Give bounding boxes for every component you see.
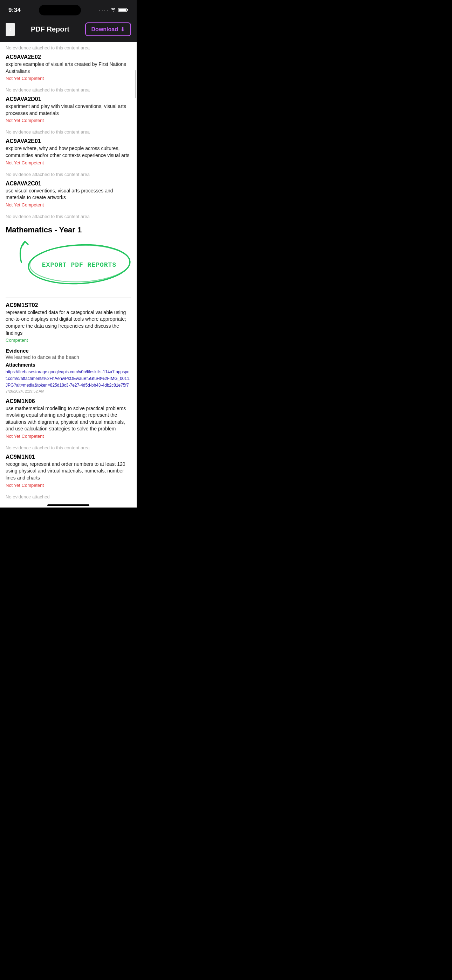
wifi-icon — [110, 7, 116, 13]
svg-rect-1 — [127, 9, 128, 11]
status-bar: 9:34 · · · · — [0, 0, 137, 19]
evidence-text: We learned to dance at the beach — [6, 354, 131, 360]
status-badge: Not Yet Competent — [6, 76, 131, 81]
item-desc: use visual conventions, visual arts proc… — [6, 188, 131, 201]
list-item: AC9M1N01 recognise, represent and order … — [6, 452, 131, 491]
evidence-label: Evidence — [6, 348, 131, 354]
nav-title: PDF Report — [31, 25, 69, 33]
status-icons: · · · · — [99, 7, 128, 13]
no-evidence-1: No evidence attached to this content are… — [6, 84, 131, 95]
list-item: AC9AVA2D01 experiment and play with visu… — [6, 95, 131, 126]
list-item: AC9M1N06 use mathematical modelling to s… — [6, 397, 131, 442]
item-code: AC9AVA2D01 — [6, 96, 131, 102]
status-badge: Competent — [6, 337, 131, 343]
item-code: AC9AVA2E01 — [6, 138, 131, 145]
no-evidence-3: No evidence attached to this content are… — [6, 168, 131, 179]
status-notch — [39, 5, 81, 16]
scrollbar[interactable] — [135, 70, 136, 98]
item-desc: explore examples of visual arts created … — [6, 61, 131, 75]
annotation-container: EXPORT PDF REPORTS — [6, 238, 131, 280]
evidence-block: Evidence We learned to dance at the beac… — [6, 348, 131, 393]
list-item: AC9AVA2C01 use visual conventions, visua… — [6, 179, 131, 210]
status-badge: Not Yet Competent — [6, 160, 131, 165]
download-button[interactable]: Download ⬇ — [85, 22, 131, 36]
item-code: AC9M1N01 — [6, 454, 131, 460]
item-code: AC9AVA2E02 — [6, 54, 131, 60]
item-desc: recognise, represent and order numbers t… — [6, 461, 131, 482]
signal-dots-icon: · · · · — [99, 8, 108, 13]
item-desc: represent collected data for a categoric… — [6, 309, 131, 336]
attachment-date: 7/26/2024, 2:29:52 AM — [6, 389, 131, 393]
status-badge: Not Yet Competent — [6, 202, 131, 207]
page-wrapper: 9:34 · · · · ‹ PDF Report Download ⬇ — [0, 0, 137, 508]
item-desc: use mathematical modelling to solve prac… — [6, 405, 131, 433]
home-bar — [47, 504, 89, 506]
item-code: AC9M1N06 — [6, 398, 131, 404]
svg-text:EXPORT PDF REPORTS: EXPORT PDF REPORTS — [42, 261, 116, 269]
item-code: AC9AVA2C01 — [6, 180, 131, 187]
status-badge: Not Yet Competent — [6, 434, 131, 439]
no-evidence-6: No evidence attached — [6, 491, 131, 501]
no-evidence-4: No evidence attached to this content are… — [6, 210, 131, 221]
list-item: AC9AVA2E02 explore examples of visual ar… — [6, 52, 131, 84]
attachments-label: Attachments — [6, 362, 131, 368]
no-evidence-2: No evidence attached to this content are… — [6, 126, 131, 137]
svg-rect-2 — [119, 8, 126, 11]
attachment-link[interactable]: https://firebasestorage.googleapis.com/v… — [6, 369, 131, 388]
back-button[interactable]: ‹ — [6, 23, 15, 36]
status-time: 9:34 — [8, 7, 21, 14]
list-item: AC9AVA2E01 explore where, why and how pe… — [6, 137, 131, 168]
status-badge: Not Yet Competent — [6, 483, 131, 488]
item-code: AC9M1ST02 — [6, 302, 131, 309]
annotation-svg: EXPORT PDF REPORTS — [2, 231, 135, 287]
no-evidence-top: No evidence attached to this content are… — [6, 42, 131, 52]
no-evidence-5: No evidence attached to this content are… — [6, 442, 131, 452]
download-icon: ⬇ — [120, 26, 125, 33]
list-item: AC9M1ST02 represent collected data for a… — [6, 301, 131, 345]
home-indicator — [0, 501, 137, 508]
item-desc: experiment and play with visual conventi… — [6, 103, 131, 117]
nav-bar: ‹ PDF Report Download ⬇ — [0, 19, 137, 42]
status-badge: Not Yet Competent — [6, 118, 131, 123]
item-desc: explore where, why and how people across… — [6, 145, 131, 159]
download-label: Download — [91, 26, 118, 33]
section-divider — [6, 298, 131, 298]
main-content: No evidence attached to this content are… — [0, 42, 137, 501]
battery-icon — [118, 7, 128, 13]
